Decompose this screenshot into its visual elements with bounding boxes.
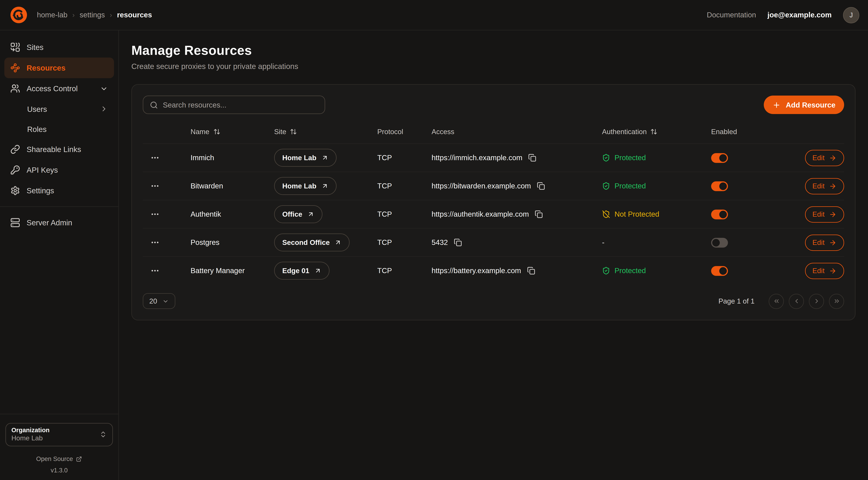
resource-protocol: TCP	[377, 210, 432, 218]
organization-selector[interactable]: Organization Home Lab	[5, 423, 113, 446]
arrow-up-right-icon	[321, 182, 329, 189]
open-source-label: Open Source	[36, 456, 73, 462]
access-url[interactable]: 5432	[432, 238, 448, 246]
copy-icon[interactable]	[527, 267, 535, 275]
auth-status-label: Protected	[615, 154, 646, 162]
users-icon	[10, 84, 20, 93]
row-actions-menu-button[interactable]	[143, 181, 190, 190]
row-actions-menu-button[interactable]	[143, 266, 190, 275]
site-link[interactable]: Home Lab	[274, 177, 337, 195]
breadcrumb-separator: ›	[110, 11, 112, 19]
shield-off-icon	[602, 210, 610, 218]
row-actions-menu-button[interactable]	[143, 153, 190, 162]
edit-button[interactable]: Edit	[805, 234, 844, 251]
copy-icon[interactable]	[528, 154, 536, 162]
access-url[interactable]: https://authentik.example.com	[432, 210, 529, 218]
chevron-down-icon	[100, 85, 108, 93]
arrow-up-right-icon	[314, 267, 321, 274]
table-toolbar: Add Resource	[143, 96, 844, 114]
ellipsis-icon	[150, 266, 160, 275]
sidebar-item-access-control[interactable]: Access Control	[4, 78, 114, 99]
page-title: Manage Resources	[131, 43, 868, 58]
enabled-toggle[interactable]	[711, 181, 728, 191]
sidebar-item-shareable-links[interactable]: Shareable Links	[4, 139, 114, 160]
auth-status-label: Protected	[615, 182, 646, 190]
enabled-toggle[interactable]	[711, 238, 728, 247]
arrow-right-icon	[829, 210, 837, 218]
sort-icon	[213, 128, 220, 135]
edit-button[interactable]: Edit	[805, 206, 844, 222]
table-row: Postgres Second Office TCP 5432 - Edit	[143, 228, 844, 256]
arrow-right-icon	[829, 267, 837, 275]
column-header-authentication[interactable]: Authentication	[602, 127, 711, 136]
last-page-button[interactable]	[829, 294, 844, 309]
edit-button[interactable]: Edit	[805, 178, 844, 194]
breadcrumb-settings[interactable]: settings	[80, 11, 105, 19]
first-page-button[interactable]	[769, 294, 784, 309]
column-header-name[interactable]: Name	[190, 127, 274, 136]
documentation-link[interactable]: Documentation	[707, 11, 756, 19]
enabled-toggle[interactable]	[711, 266, 728, 276]
chevron-left-icon	[793, 298, 800, 305]
auth-status-label: Not Protected	[615, 210, 659, 218]
combine-icon	[10, 42, 20, 52]
avatar[interactable]: J	[843, 7, 859, 23]
search-input[interactable]	[163, 101, 318, 109]
search-box	[143, 96, 325, 114]
site-link[interactable]: Home Lab	[274, 149, 337, 167]
site-link[interactable]: Edge 01	[274, 262, 330, 280]
site-link[interactable]: Second Office	[274, 234, 350, 251]
avatar-initial: J	[849, 11, 853, 19]
sidebar-item-users[interactable]: Users	[4, 99, 114, 119]
add-resource-label: Add Resource	[786, 101, 835, 109]
sidebar-item-api-keys[interactable]: API Keys	[4, 160, 114, 180]
arrow-right-icon	[829, 239, 837, 246]
auth-status: -	[602, 238, 711, 246]
next-page-button[interactable]	[809, 294, 824, 309]
column-header-site[interactable]: Site	[274, 127, 377, 136]
row-actions-menu-button[interactable]	[143, 210, 190, 219]
table-row: Authentik Office TCP https://authentik.e…	[143, 200, 844, 228]
enabled-toggle[interactable]	[711, 209, 728, 219]
edit-button[interactable]: Edit	[805, 263, 844, 279]
ellipsis-icon	[150, 181, 160, 190]
access-url[interactable]: https://battery.example.com	[432, 267, 521, 275]
search-icon	[150, 101, 158, 109]
pangolin-logo-icon	[10, 6, 28, 24]
open-source-link[interactable]: Open Source	[5, 456, 113, 462]
waypoints-icon	[10, 63, 20, 73]
sidebar-item-settings[interactable]: Settings	[4, 180, 114, 201]
sidebar-item-resources[interactable]: Resources	[4, 58, 114, 78]
shield-check-icon	[602, 182, 610, 190]
resource-name: Battery Manager	[190, 267, 274, 275]
add-resource-button[interactable]: Add Resource	[764, 96, 844, 114]
breadcrumb-resources[interactable]: resources	[117, 11, 152, 19]
previous-page-button[interactable]	[789, 294, 804, 309]
sidebar-item-sites[interactable]: Sites	[4, 37, 114, 58]
sidebar-item-roles[interactable]: Roles	[4, 119, 114, 139]
edit-button[interactable]: Edit	[805, 150, 844, 166]
auth-status: Protected	[602, 267, 711, 275]
resource-protocol: TCP	[377, 154, 432, 162]
row-actions-menu-button[interactable]	[143, 238, 190, 247]
site-link[interactable]: Office	[274, 205, 322, 223]
chevron-down-icon	[162, 298, 169, 304]
enabled-toggle[interactable]	[711, 153, 728, 163]
sidebar-item-label: Resources	[27, 63, 65, 72]
access-url[interactable]: https://immich.example.com	[432, 154, 522, 162]
access-url[interactable]: https://bitwarden.example.com	[432, 182, 531, 190]
copy-icon[interactable]	[537, 182, 545, 190]
breadcrumb-org[interactable]: home-lab	[37, 11, 67, 19]
chevron-right-icon	[813, 298, 820, 305]
resource-name: Immich	[190, 154, 274, 162]
server-icon	[10, 218, 20, 228]
copy-icon[interactable]	[535, 210, 543, 218]
sort-icon	[651, 128, 657, 135]
sidebar-item-server-admin[interactable]: Server Admin	[4, 212, 114, 233]
user-email-menu[interactable]: joe@example.com	[767, 11, 832, 19]
copy-icon[interactable]	[454, 238, 462, 246]
page-size-select[interactable]: 20	[143, 293, 176, 309]
arrow-up-right-icon	[321, 154, 329, 161]
sidebar-item-label: Settings	[27, 186, 54, 195]
sidebar-item-label: Sites	[27, 43, 43, 52]
